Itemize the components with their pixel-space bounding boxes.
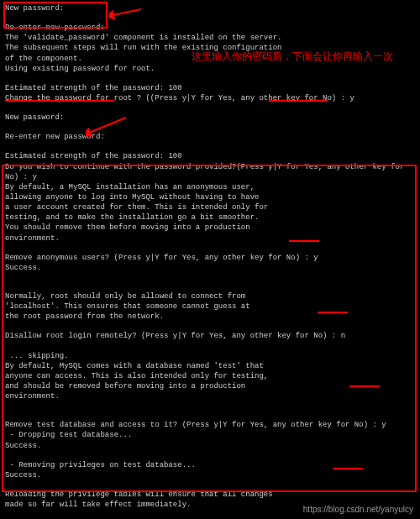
output-line: a user account created for them. This is… <box>5 202 415 212</box>
output-line: Do you wish to continue with the passwor… <box>5 162 415 182</box>
blank-line <box>5 13 415 23</box>
output-line: New password: <box>5 3 415 13</box>
output-line: testing, and to make the installation go… <box>5 212 415 223</box>
output-line: the root password from the network. <box>5 312 415 322</box>
blank-line <box>5 342 415 351</box>
output-line: Re-enter new password: <box>5 23 415 33</box>
output-line: ... skipping. <box>5 351 415 361</box>
output-line: Using existing password for root. <box>5 64 415 74</box>
output-line: - Removing privileges on test database..… <box>5 460 415 470</box>
blank-line <box>5 273 415 282</box>
output-line: The subsequent steps will run with the e… <box>5 43 415 53</box>
output-line: anyone can access. This is also intended… <box>5 371 415 381</box>
blank-line <box>5 322 415 331</box>
output-line: The 'validate_password' component is ins… <box>5 33 415 43</box>
watermark-text: https://blog.csdn.net/yanyulcy <box>303 505 413 514</box>
output-line: 'localhost'. This ensures that someone c… <box>5 301 415 312</box>
terminal-output: New password: Re-enter new password: The… <box>0 0 420 519</box>
output-line: allowing anyone to log into MySQL withou… <box>5 192 415 202</box>
output-line: Re-enter new password: <box>5 132 415 142</box>
output-line: Disallow root login remotely? (Press y|Y… <box>5 331 415 341</box>
blank-line <box>5 103 415 113</box>
output-line: Success. <box>5 441 415 451</box>
output-line: You should remove them before moving int… <box>5 223 415 233</box>
output-line: By default, MySQL comes with a database … <box>5 361 415 371</box>
output-line: Reloading the privilege tables will ensu… <box>5 490 415 500</box>
blank-line <box>5 74 415 83</box>
blank-line <box>5 244 415 253</box>
output-line: and should be removed before moving into… <box>5 381 415 391</box>
blank-line <box>5 282 415 291</box>
blank-line <box>5 451 415 460</box>
output-line: Success. <box>5 470 415 480</box>
output-line: Remove test database and access to it? (… <box>5 420 415 430</box>
blank-line <box>5 411 415 420</box>
blank-line <box>5 480 415 490</box>
output-line: environment. <box>5 233 415 244</box>
output-line: Normally, root should only be allowed to… <box>5 291 415 301</box>
output-line: Estimated strength of the password: 100 <box>5 151 415 161</box>
output-line: environment. <box>5 391 415 401</box>
output-line: Success. <box>5 263 415 273</box>
blank-line <box>5 123 415 132</box>
output-line: Change the password for root ? ((Press y… <box>5 93 415 103</box>
output-line: - Dropping test database... <box>5 430 415 440</box>
output-line: Estimated strength of the password: 100 <box>5 83 415 93</box>
output-line: New password: <box>5 113 415 123</box>
output-line: By default, a MySQL installation has an … <box>5 182 415 192</box>
blank-line <box>5 401 415 411</box>
output-line: of the component. <box>5 54 415 64</box>
blank-line <box>5 142 415 151</box>
output-line: Remove anonymous users? (Press y|Y for Y… <box>5 253 415 263</box>
